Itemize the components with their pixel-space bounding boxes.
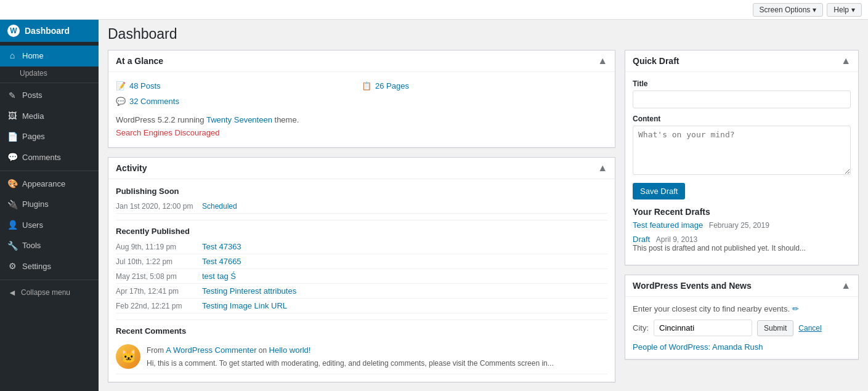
sidebar-item-updates[interactable]: Updates: [0, 67, 99, 80]
city-label: City:: [633, 323, 649, 333]
pages-stat-icon: 📋: [362, 81, 371, 91]
sidebar-item-pages[interactable]: 📄 Pages: [0, 127, 99, 148]
updates-label: Updates: [20, 69, 47, 78]
theme-link[interactable]: Twenty Seventeen: [206, 115, 272, 124]
comment-from: From A WordPress Commenter on Hello worl…: [147, 344, 607, 357]
published-link-4[interactable]: Testing Image Link URL: [202, 301, 287, 310]
sidebar-brand[interactable]: W Dashboard: [0, 20, 99, 42]
published-link-1[interactable]: Test 47665: [202, 257, 241, 266]
published-link-3[interactable]: Testing Pinterest attributes: [202, 286, 296, 296]
pages-stat-link[interactable]: 26 Pages: [375, 81, 409, 91]
recent-drafts-title: Your Recent Drafts: [633, 207, 851, 217]
plugins-icon: 🔌: [7, 199, 17, 211]
at-a-glance-widget: At a Glance ▲ 📝 48 Posts 📋 26 Pages: [108, 50, 615, 148]
sidebar-item-posts[interactable]: ✎ Posts: [0, 86, 99, 107]
edit-city-icon[interactable]: ✏: [792, 304, 799, 313]
cancel-city-button[interactable]: Cancel: [798, 324, 821, 333]
draft-content-input[interactable]: [633, 126, 851, 175]
pages-stat: 📋 26 Pages: [362, 79, 607, 92]
quick-draft-title: Quick Draft: [633, 56, 679, 66]
at-a-glance-toggle[interactable]: ▲: [598, 55, 607, 67]
city-input[interactable]: [654, 320, 752, 336]
theme-suffix: theme.: [272, 115, 299, 124]
activity-header: Activity ▲: [108, 158, 615, 179]
sidebar-item-comments[interactable]: 💬 Comments: [0, 147, 99, 168]
events-news-header: WordPress Events and News ▲: [625, 275, 858, 297]
published-date-0: Aug 9th, 11:19 pm: [116, 243, 196, 251]
help-button[interactable]: Help ▾: [827, 3, 862, 17]
at-a-glance-stats: 📝 48 Posts 📋 26 Pages 💬 32 Comments: [116, 79, 607, 108]
published-link-2[interactable]: test tag Ś: [202, 272, 236, 281]
sidebar-item-tools[interactable]: 🔧 Tools: [0, 236, 99, 257]
sidebar-item-users[interactable]: 👤 Users: [0, 215, 99, 236]
sidebar-nav: ⌂ Home Updates ✎ Posts 🖼 Media 📄 Pages 💬: [0, 42, 99, 306]
comment-item: 🐱 From A WordPress Commenter on Hello wo…: [116, 339, 607, 375]
page-title: Dashboard: [108, 26, 859, 42]
sidebar-item-appearance[interactable]: 🎨 Appearance: [0, 174, 99, 195]
wordpress-logo: W: [7, 25, 20, 37]
collapse-icon: ◄: [7, 288, 17, 297]
activity-divider-1: [116, 220, 607, 220]
dashboard-grid: At a Glance ▲ 📝 48 Posts 📋 26 Pages: [108, 50, 859, 391]
comment-content: From A WordPress Commenter on Hello worl…: [147, 344, 607, 369]
published-item-4: Feb 22nd, 12:21 pm Testing Image Link UR…: [116, 299, 607, 313]
draft-title-link-1[interactable]: Draft: [633, 235, 650, 244]
scheduled-date: Jan 1st 2020, 12:00 pm: [116, 202, 196, 211]
main-layout: W Dashboard ⌂ Home Updates ✎ Posts 🖼 Med…: [0, 20, 868, 391]
media-icon: 🖼: [7, 110, 17, 123]
posts-stat-link[interactable]: 48 Posts: [129, 81, 161, 91]
collapse-menu-button[interactable]: ◄ Collapse menu: [0, 283, 99, 302]
submit-city-button[interactable]: Submit: [757, 320, 793, 336]
sidebar-item-media[interactable]: 🖼 Media: [0, 106, 99, 127]
activity-divider-2: [116, 320, 607, 320]
wp-info-text: WordPress 5.2.2 running: [116, 115, 206, 124]
scheduled-status[interactable]: Scheduled: [202, 202, 237, 211]
published-link-0[interactable]: Test 47363: [202, 242, 241, 251]
published-date-4: Feb 22nd, 12:21 pm: [116, 302, 196, 310]
sidebar-separator-1: [0, 83, 99, 83]
content-field: Content: [633, 115, 851, 177]
commenter-name-link[interactable]: A WordPress Commenter: [166, 345, 256, 355]
sidebar-separator-3: [0, 280, 99, 280]
draft-title-link-0[interactable]: Test featured image: [633, 220, 703, 230]
sidebar-plugins-label: Plugins: [22, 199, 49, 210]
events-news-toggle[interactable]: ▲: [841, 280, 851, 291]
quick-draft-header: Quick Draft ▲: [625, 50, 858, 72]
left-column: At a Glance ▲ 📝 48 Posts 📋 26 Pages: [108, 50, 615, 391]
content-label: Content: [633, 115, 851, 123]
news-link[interactable]: People of WordPress: Amanda Rush: [633, 342, 763, 352]
posts-stat: 📝 48 Posts: [116, 79, 362, 92]
sidebar: W Dashboard ⌂ Home Updates ✎ Posts 🖼 Med…: [0, 20, 99, 391]
sidebar-item-settings[interactable]: ⚙ Settings: [0, 256, 99, 277]
from-label: From: [147, 346, 164, 355]
pages-icon: 📄: [7, 131, 17, 143]
comment-post-link[interactable]: Hello world!: [269, 345, 311, 355]
quick-draft-toggle[interactable]: ▲: [841, 55, 851, 67]
draft-date-0: February 25, 2019: [709, 221, 769, 230]
main-content: Dashboard At a Glance ▲ 📝 48 Posts: [99, 20, 868, 391]
sidebar-item-plugins[interactable]: 🔌 Plugins: [0, 195, 99, 216]
save-draft-button[interactable]: Save Draft: [633, 183, 685, 200]
events-news-widget: WordPress Events and News ▲ Enter your c…: [625, 275, 859, 360]
title-field: Title: [633, 79, 851, 108]
comments-stat-icon: 💬: [116, 97, 126, 106]
glance-info: WordPress 5.2.2 running Twenty Seventeen…: [116, 114, 607, 140]
city-row: City: Submit Cancel: [633, 320, 851, 336]
published-item-1: Jul 10th, 1:22 pm Test 47665: [116, 254, 607, 269]
activity-toggle[interactable]: ▲: [598, 163, 607, 174]
screen-options-arrow: ▾: [813, 6, 816, 14]
sidebar-home-label: Home: [22, 50, 44, 62]
screen-options-button[interactable]: Screen Options ▾: [753, 3, 824, 17]
comments-stat-link[interactable]: 32 Comments: [129, 97, 179, 106]
search-engines-discouraged-link[interactable]: Search Engines Discouraged: [116, 128, 219, 137]
draft-title-input[interactable]: [633, 91, 851, 108]
sidebar-brand-label: Dashboard: [25, 26, 70, 36]
draft-date-1: April 9, 2013: [656, 235, 697, 244]
published-item-2: May 21st, 5:08 pm test tag Ś: [116, 269, 607, 284]
comment-text: Hi, this is a comment. To get started wi…: [147, 358, 607, 369]
posts-icon: ✎: [7, 90, 17, 102]
comments-icon: 💬: [7, 151, 17, 164]
news-section: People of WordPress: Amanda Rush: [633, 342, 851, 352]
sidebar-item-home[interactable]: ⌂ Home: [0, 46, 99, 67]
events-prompt-text: Enter your closest city to find nearby e…: [633, 304, 790, 313]
